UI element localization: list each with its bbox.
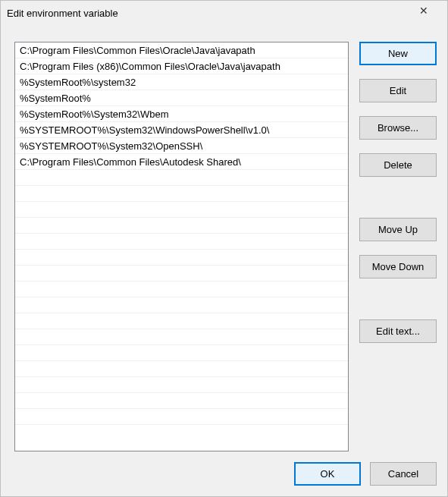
new-button[interactable]: New (359, 42, 437, 65)
path-list-row[interactable] (15, 282, 348, 297)
path-list-row[interactable] (15, 329, 348, 345)
path-list-row[interactable] (15, 409, 348, 425)
path-list-row[interactable]: %SystemRoot%\system32 (15, 74, 348, 90)
path-list-row[interactable]: %SYSTEMROOT%\System32\WindowsPowerShell\… (15, 122, 348, 138)
path-list-row[interactable] (15, 393, 348, 409)
close-button[interactable]: ✕ (408, 1, 440, 20)
path-list-row[interactable] (15, 361, 348, 377)
side-button-column: New Edit Browse... Delete Move Up Move D… (359, 42, 437, 451)
path-list-row[interactable]: C:\Program Files (x86)\Common Files\Orac… (15, 58, 348, 74)
path-list-row[interactable] (15, 297, 348, 313)
delete-button[interactable]: Delete (359, 153, 437, 177)
dialog-title: Edit environment variable (7, 8, 118, 19)
path-list-row[interactable] (15, 313, 348, 329)
move-down-button[interactable]: Move Down (359, 255, 437, 278)
path-list-row[interactable] (15, 234, 348, 250)
path-list-row[interactable]: C:\Program Files\Common Files\Autodesk S… (15, 154, 348, 170)
path-list-row[interactable] (15, 345, 348, 361)
edit-text-button[interactable]: Edit text... (359, 319, 437, 343)
path-list-row[interactable] (15, 377, 348, 393)
path-list-row[interactable] (15, 250, 348, 266)
edit-button[interactable]: Edit (359, 79, 437, 102)
dialog-footer: OK Cancel (1, 462, 447, 496)
cancel-button[interactable]: Cancel (370, 462, 437, 486)
path-list-row[interactable]: %SystemRoot%\System32\Wbem (15, 106, 348, 122)
close-icon: ✕ (419, 5, 428, 17)
path-list-row[interactable] (15, 266, 348, 282)
path-list-row[interactable] (15, 202, 348, 218)
edit-env-var-dialog: Edit environment variable ✕ C:\Program F… (0, 0, 448, 497)
path-list-row[interactable]: %SYSTEMROOT%\System32\OpenSSH\ (15, 138, 348, 154)
path-list[interactable]: C:\Program Files\Common Files\Oracle\Jav… (14, 42, 349, 451)
titlebar: Edit environment variable ✕ (1, 1, 447, 25)
path-list-row[interactable]: C:\Program Files\Common Files\Oracle\Jav… (15, 42, 348, 58)
ok-button[interactable]: OK (294, 462, 361, 486)
path-list-row[interactable]: %SystemRoot% (15, 90, 348, 106)
move-up-button[interactable]: Move Up (359, 218, 437, 241)
browse-button[interactable]: Browse... (359, 116, 437, 140)
path-list-row[interactable] (15, 218, 348, 234)
dialog-content: C:\Program Files\Common Files\Oracle\Jav… (1, 25, 447, 462)
path-list-row[interactable] (15, 170, 348, 186)
path-list-row[interactable] (15, 186, 348, 202)
